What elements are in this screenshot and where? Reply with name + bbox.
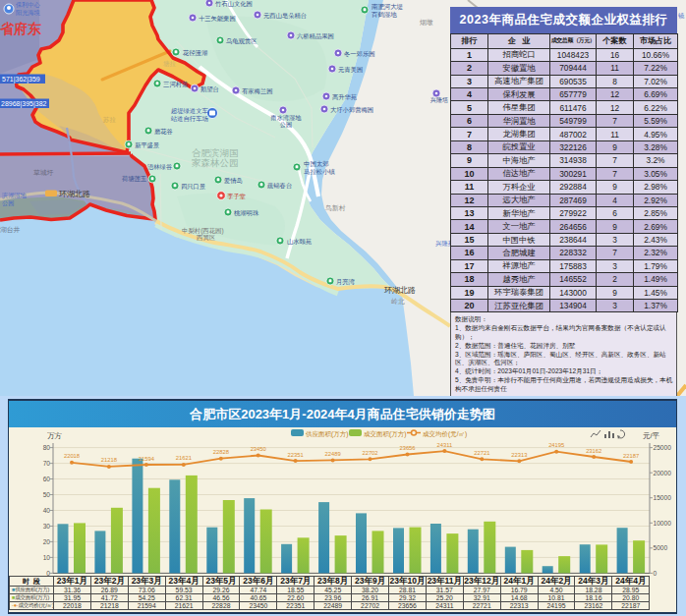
svg-text:22187: 22187 xyxy=(623,453,639,459)
svg-text:乌龟观赏区: 乌龟观赏区 xyxy=(226,37,257,45)
svg-text:李子堂: 李子堂 xyxy=(227,193,247,200)
svg-text:25000: 25000 xyxy=(654,444,672,451)
svg-text:22489: 22489 xyxy=(325,451,341,457)
svg-text:50: 50 xyxy=(43,491,51,498)
svg-text:公园: 公园 xyxy=(2,199,14,207)
svg-text:21594: 21594 xyxy=(139,456,155,462)
svg-text:元酉山皂朵精台: 元酉山皂朵精台 xyxy=(263,12,307,20)
svg-text:西翼区: 西翼区 xyxy=(196,234,216,242)
svg-text:80: 80 xyxy=(43,444,51,451)
svg-text:有家梅兰园: 有家梅兰园 xyxy=(242,87,272,95)
svg-text:571|362|359: 571|362|359 xyxy=(2,76,40,84)
svg-text:5000: 5000 xyxy=(654,544,668,551)
svg-text:22828: 22828 xyxy=(213,449,229,455)
svg-text:鹅望台: 鹅望台 xyxy=(200,85,219,93)
svg-text:镜: 镜 xyxy=(677,12,685,20)
svg-text:环湖北路: 环湖北路 xyxy=(383,286,416,295)
svg-text:保利中心: 保利中心 xyxy=(16,1,41,8)
svg-text:鸟新村: 鸟新村 xyxy=(325,204,346,212)
svg-text:供应面积(万方): 供应面积(万方) xyxy=(306,430,348,438)
svg-text:23450: 23450 xyxy=(251,446,266,452)
svg-text:马拉松小镇: 马拉松小镇 xyxy=(304,168,336,175)
svg-text:成交均价(元/㎡): 成交均价(元/㎡) xyxy=(423,430,467,438)
svg-text:新平盛景: 新平盛景 xyxy=(135,141,159,148)
svg-text:爱情岛: 爱情岛 xyxy=(224,177,243,185)
svg-text:苏拉: 苏拉 xyxy=(102,116,116,123)
svg-text:荷塘莲玉: 荷塘莲玉 xyxy=(122,175,146,183)
svg-text:草城圩: 草城圩 xyxy=(33,169,54,176)
svg-text:塘拉: 塘拉 xyxy=(163,60,176,68)
svg-text:30: 30 xyxy=(43,523,51,530)
svg-text:山水颐苑: 山水颐苑 xyxy=(287,238,312,246)
svg-text:月亮湾: 月亮湾 xyxy=(336,278,356,286)
svg-text:省府东: 省府东 xyxy=(0,21,41,36)
svg-text:23656: 23656 xyxy=(399,445,415,451)
svg-text:20000: 20000 xyxy=(654,470,672,476)
svg-text:冬一郊乐园: 冬一郊乐园 xyxy=(344,50,374,58)
svg-text:桃湖明珠: 桃湖明珠 xyxy=(234,209,259,217)
svg-text:南淝河大堤: 南淝河大堤 xyxy=(372,3,404,11)
svg-text:24195: 24195 xyxy=(548,442,564,448)
svg-text:22313: 22313 xyxy=(511,452,527,458)
svg-text:三河村落: 三河村落 xyxy=(163,81,189,88)
svg-text:环湖北路: 环湖北路 xyxy=(58,190,90,198)
svg-text:家森林公园: 家森林公园 xyxy=(192,157,239,168)
svg-text:百鹤湿地: 百鹤湿地 xyxy=(372,11,397,19)
svg-text:站道自行车场: 站道自行车场 xyxy=(171,115,208,123)
svg-text:28968|395|382: 28968|395|382 xyxy=(1,100,47,108)
svg-text:中国太郊: 中国太郊 xyxy=(304,160,329,168)
svg-text:大圩小郊营梅园: 大圩小郊营梅园 xyxy=(330,106,373,114)
svg-text:超堤绿道文车: 超堤绿道文车 xyxy=(171,107,209,115)
svg-text:花径漫湖: 花径漫湖 xyxy=(182,49,207,57)
svg-text:10: 10 xyxy=(43,554,51,561)
svg-text:竹石山文化园: 竹石山文化园 xyxy=(215,0,253,8)
svg-text:60: 60 xyxy=(43,476,51,482)
svg-text:23162: 23162 xyxy=(586,448,601,454)
svg-text:十三矢能栗园: 十三矢能栗园 xyxy=(199,15,236,23)
svg-text:万方: 万方 xyxy=(47,431,63,440)
svg-text:22351: 22351 xyxy=(288,452,304,458)
svg-text:疏锦春台: 疏锦春台 xyxy=(267,182,292,190)
svg-text:兴隆塔: 兴隆塔 xyxy=(430,96,449,104)
svg-text:阳光海境: 阳光海境 xyxy=(16,9,41,17)
svg-text:四只口景: 四只口景 xyxy=(181,183,205,191)
svg-text:10000: 10000 xyxy=(654,520,672,527)
svg-text:公园: 公园 xyxy=(280,121,292,129)
svg-text:浯林绿谷: 浯林绿谷 xyxy=(147,163,172,171)
svg-text:21621: 21621 xyxy=(176,455,192,461)
svg-text:22018: 22018 xyxy=(64,453,80,459)
svg-text:22702: 22702 xyxy=(362,450,377,456)
svg-text:六桥精品果园: 六桥精品果园 xyxy=(297,32,334,40)
svg-text:高升华苑: 高升华苑 xyxy=(332,93,357,101)
svg-text:烟墩: 烟墩 xyxy=(420,19,433,27)
svg-text:0: 0 xyxy=(654,570,657,576)
svg-text:元青美园: 元青美园 xyxy=(338,66,363,74)
svg-text:24311: 24311 xyxy=(437,442,453,448)
svg-text:21218: 21218 xyxy=(101,457,117,463)
svg-text:15000: 15000 xyxy=(654,494,672,501)
svg-text:滨湖湿地: 滨湖湿地 xyxy=(1,192,28,199)
svg-text:70: 70 xyxy=(43,460,51,467)
svg-text:22721: 22721 xyxy=(474,450,489,456)
svg-text:湖台井: 湖台井 xyxy=(0,226,21,234)
svg-text:20: 20 xyxy=(43,538,51,545)
svg-text:岭北: 岭北 xyxy=(391,298,405,306)
svg-text:磨花谷: 磨花谷 xyxy=(154,128,173,136)
svg-text:元/平: 元/平 xyxy=(643,431,660,440)
svg-text:成交面积(万方): 成交面积(万方) xyxy=(364,430,406,438)
svg-text:40: 40 xyxy=(43,507,51,514)
